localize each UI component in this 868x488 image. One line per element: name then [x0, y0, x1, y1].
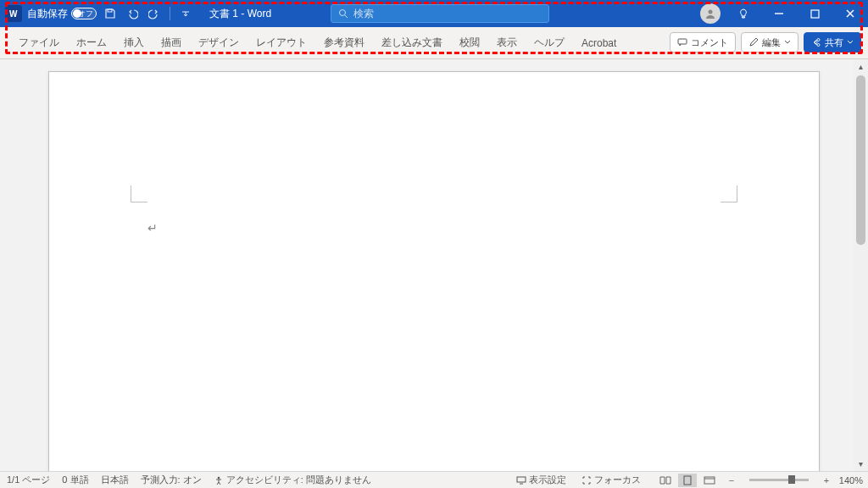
tab-acrobat[interactable]: Acrobat: [573, 27, 625, 58]
svg-rect-14: [704, 477, 715, 484]
autosave-label: 自動保存: [27, 7, 68, 21]
scroll-up-icon[interactable]: ▴: [854, 59, 868, 74]
tab-references[interactable]: 参考資料: [315, 27, 373, 58]
document-title: 文書 1 - Word: [209, 7, 271, 21]
ribbon-bar: ファイル ホーム 挿入 描画 デザイン レイアウト 参考資料 差し込み文書 校閲…: [0, 27, 868, 59]
qat-customize-icon[interactable]: [177, 5, 194, 22]
vertical-scrollbar[interactable]: ▴ ▾: [854, 59, 868, 471]
comment-icon: [677, 37, 687, 47]
tab-draw[interactable]: 描画: [153, 27, 190, 58]
scroll-down-icon[interactable]: ▾: [854, 457, 868, 471]
ribbon-right-controls: コメント 編集 共有: [670, 32, 861, 53]
search-placeholder: 検索: [353, 7, 374, 21]
page-count[interactable]: 1/1 ページ: [7, 474, 50, 486]
share-button[interactable]: 共有: [804, 32, 861, 53]
tab-insert[interactable]: 挿入: [115, 27, 153, 58]
toggle-switch[interactable]: オフ: [71, 8, 97, 19]
tab-review[interactable]: 校閲: [451, 27, 488, 58]
titlebar-right: [700, 0, 868, 27]
toggle-state: オフ: [78, 8, 93, 19]
svg-line-3: [345, 15, 348, 18]
undo-icon[interactable]: [124, 5, 141, 22]
search-input[interactable]: 検索: [331, 4, 549, 23]
svg-rect-1: [108, 9, 112, 12]
margin-crop-top-left: [131, 186, 147, 202]
tab-home[interactable]: ホーム: [68, 27, 115, 58]
close-button[interactable]: [832, 0, 868, 27]
svg-point-2: [340, 10, 346, 16]
accessibility-icon: [214, 475, 224, 485]
comments-button[interactable]: コメント: [670, 32, 736, 53]
accessibility-status[interactable]: アクセシビリティ: 問題ありません: [214, 474, 371, 486]
zoom-in-button[interactable]: +: [817, 474, 836, 487]
tab-help[interactable]: ヘルプ: [526, 27, 573, 58]
autosave-toggle[interactable]: 自動保存 オフ: [27, 7, 97, 21]
word-count[interactable]: 0 単語: [62, 474, 88, 486]
print-layout-icon[interactable]: [678, 474, 697, 487]
zoom-slider-knob[interactable]: [788, 475, 795, 484]
tab-mailings[interactable]: 差し込み文書: [373, 27, 451, 58]
help-lightbulb-icon[interactable]: [726, 0, 761, 27]
status-bar: 1/1 ページ 0 単語 日本語 予測入力: オン アクセシビリティ: 問題あり…: [0, 471, 868, 488]
read-mode-icon[interactable]: [656, 474, 675, 487]
qat-separator: [170, 7, 170, 20]
chevron-down-icon: [847, 39, 854, 46]
svg-rect-6: [811, 10, 819, 18]
zoom-slider[interactable]: [749, 479, 809, 481]
search-icon: [338, 8, 348, 19]
tab-view[interactable]: 表示: [488, 27, 526, 58]
save-icon[interactable]: [102, 5, 119, 22]
tab-layout[interactable]: レイアウト: [248, 27, 315, 58]
display-settings-button[interactable]: 表示設定: [516, 474, 566, 486]
svg-rect-13: [684, 476, 691, 485]
scroll-track[interactable]: [854, 74, 868, 457]
focus-mode-button[interactable]: フォーカス: [581, 474, 641, 486]
svg-point-10: [217, 476, 220, 479]
zoom-out-button[interactable]: −: [722, 474, 741, 487]
word-app-icon: W: [5, 5, 22, 22]
svg-text:W: W: [9, 9, 18, 19]
svg-rect-9: [678, 39, 687, 44]
status-right: 表示設定 フォーカス − + 140%: [516, 474, 863, 487]
tab-file[interactable]: ファイル: [10, 27, 68, 58]
ime-status[interactable]: 予測入力: オン: [141, 474, 202, 486]
svg-rect-11: [517, 477, 526, 482]
user-avatar[interactable]: [700, 3, 721, 24]
share-icon: [811, 37, 821, 47]
edit-mode-button[interactable]: 編集: [741, 32, 798, 53]
svg-point-4: [709, 10, 713, 14]
focus-icon: [581, 475, 592, 485]
page[interactable]: ↵: [48, 71, 820, 471]
paragraph-mark-icon: ↵: [147, 221, 158, 235]
margin-crop-top-right: [721, 186, 737, 202]
redo-icon[interactable]: [146, 5, 163, 22]
chevron-down-icon: [784, 39, 791, 46]
document-canvas[interactable]: ↵: [0, 59, 868, 471]
tab-design[interactable]: デザイン: [190, 27, 248, 58]
language-status[interactable]: 日本語: [101, 474, 129, 486]
pencil-icon: [748, 37, 759, 47]
titlebar-left: W 自動保存 オフ 文書 1 - Word: [0, 5, 271, 22]
scroll-thumb[interactable]: [856, 75, 865, 245]
minimize-button[interactable]: [761, 0, 797, 27]
web-layout-icon[interactable]: [700, 474, 719, 487]
title-bar: W 自動保存 オフ 文書 1 - Word 検索: [0, 0, 868, 27]
monitor-icon: [516, 475, 526, 485]
maximize-button[interactable]: [797, 0, 832, 27]
zoom-level[interactable]: 140%: [839, 475, 863, 485]
